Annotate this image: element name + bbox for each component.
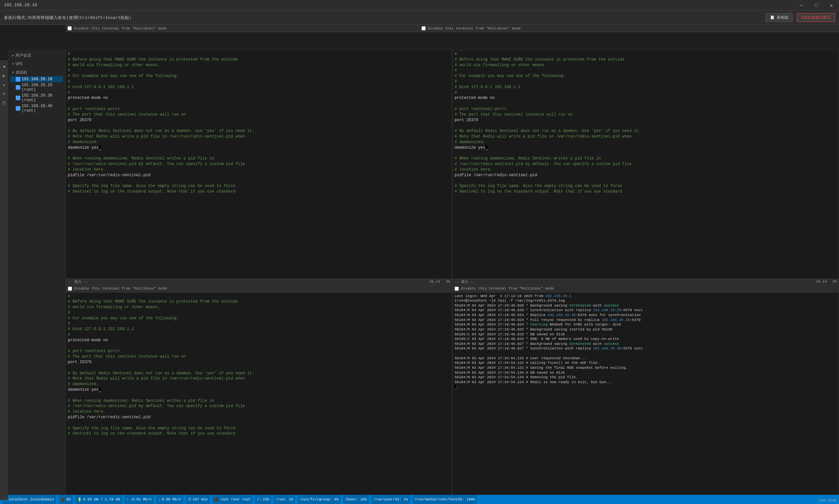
terminal-top-right: # # Before doing that MAKE SURE the inst… (452, 50, 839, 285)
mem-icon: 🔋 (77, 498, 82, 502)
vm3-label: 192.168.20.30 (root) (22, 93, 62, 103)
sidebar: ▸ 用户会话 ▾ VPS ▾ 虚拟机 192.168.20.10 192.168… (8, 50, 66, 504)
top-toolbar: 多执行模式:向所有终端键入命令(使用Ctrl+Shift+Insert粘贴） 📋… (0, 11, 839, 25)
user-icon: ⬛ (214, 498, 219, 502)
vm2-label: 192.168.20.20 (root) (22, 83, 62, 92)
line-col-tr: 26,14 (816, 280, 827, 284)
terminal-top-right-text: # # Before doing that MAKE SURE the inst… (453, 50, 839, 196)
user-value: root root root (220, 498, 250, 501)
terminal-top-right-content[interactable]: # # Before doing that MAKE SURE the inst… (453, 50, 839, 279)
disable-multiexec-tl-check[interactable] (68, 26, 72, 31)
group-vps-text: VPS (15, 62, 23, 67)
boot-value: /boot: 18% (345, 498, 367, 501)
sys-value: /sys/fs/cgroup: 0% (300, 498, 338, 501)
sidebar-item-vm4[interactable]: 192.168.20.40 (root) (11, 103, 63, 114)
status-run: /run: 1% (274, 495, 295, 504)
sidebar-item-vm2[interactable]: 192.168.20.20 (root) (11, 82, 63, 93)
terminal-bottom-left-checkbox-bar: Disable this terminal from "MultiExec" m… (66, 285, 452, 292)
terminal-grid: # # Before doing that MAKE SURE the inst… (66, 50, 839, 504)
group-label-text: 用户会话 (15, 53, 31, 58)
brand-label: CSDN 社区版 (819, 499, 836, 503)
titlebar-ip: 192.168.20.10 (4, 3, 37, 7)
terminal-top-left-statusbar: -- 插入 -- 26,14 3% (66, 279, 452, 285)
status-user42: /run/user/42: 1% (371, 495, 410, 504)
chevron-down-icon: ▾ (12, 61, 14, 67)
maximize-button[interactable]: □ (809, 0, 824, 11)
sidebar-nav-icon[interactable]: ◀ (0, 63, 7, 70)
cpu-icon: ⬛ (60, 498, 65, 502)
scroll-percent: 3% (440, 280, 450, 284)
disable-multiexec-checkbox-tl[interactable] (455, 287, 459, 291)
sidebar-item-vm3[interactable]: 192.168.20.30 (root) (11, 93, 63, 103)
upload-value: -0.01 Mb/s (130, 498, 152, 501)
terminal-bottom-right-content[interactable]: Last login: Wed Apr 3 17:12:19 2024 from… (453, 292, 839, 504)
sidebar-group-vm-label[interactable]: ▾ 虚拟机 (11, 69, 63, 76)
sidebar-item-vm1[interactable]: 192.168.20.10 (11, 76, 63, 82)
terminal-top-left-content[interactable]: # # Before doing that MAKE SURE the inst… (66, 50, 452, 279)
paste-button[interactable]: 📋 多粘贴 (766, 13, 793, 22)
sidebar-group-user-session-label[interactable]: ▸ 用户会话 (11, 52, 63, 59)
statusbar: localhost.localdomain ⬛ 0% 🔋 0.85 GB / 1… (0, 495, 839, 504)
status-boot: /boot: 18% (343, 495, 369, 504)
line-col: 26,14 (429, 280, 440, 284)
sidebar-toolbar: ◀ ▶ ★ ≡ ⏱ (0, 60, 8, 500)
vm4-label: 192.168.20.40 (root) (22, 104, 62, 113)
status-disk: /: 23% (255, 495, 271, 504)
multiexec-title: 多执行模式:向所有终端键入命令(使用Ctrl+Shift+Insert粘贴） (4, 15, 762, 21)
terminal-bottom-left-content[interactable]: # # Before doing that MAKE SURE the inst… (66, 292, 452, 504)
vm4-icon (16, 106, 20, 111)
upload-icon: ↑ (126, 498, 129, 501)
media-value: /run/media/root/CentOS: 100% (415, 498, 475, 501)
vm2-icon (16, 85, 20, 90)
user42-value: /run/user/42: 1% (373, 498, 408, 501)
status-host: localhost.localdomain (3, 495, 56, 504)
paste-icon: 📋 (770, 15, 775, 20)
sidebar-list-icon[interactable]: ≡ (0, 90, 7, 97)
disable-multiexec-tr-check[interactable] (421, 26, 426, 31)
status-memory: 🔋 0.85 GB / 1.78 GB (75, 495, 122, 504)
chevron-right-icon: ▸ (12, 53, 14, 58)
sidebar-group-vps-label[interactable]: ▾ VPS (11, 60, 63, 68)
terminal-top-left-checkbox-bar-tl: Disable this terminal from "MultiExec" m… (453, 285, 839, 292)
exit-multiexec-button[interactable]: ✕退出多执行模式 (797, 13, 835, 22)
terminal-bottom-left: Disable this terminal from "MultiExec" m… (66, 285, 452, 504)
download-value: 0.00 Mb/s (161, 498, 181, 501)
download-icon: ↓ (158, 498, 161, 501)
insert-mode-label-tr: -- 插入 -- (455, 280, 475, 284)
run-value: /run: 1% (276, 498, 293, 501)
mem-value: 0.85 GB / 1.78 GB (83, 498, 120, 501)
terminal-top-left-text: # # Before doing that MAKE SURE the inst… (66, 50, 452, 196)
group-vm-text: 虚拟机 (15, 70, 27, 75)
close-button[interactable]: ✕ (824, 0, 839, 11)
sidebar-expand-icon[interactable]: ▶ (0, 72, 7, 79)
paste-label: 多粘贴 (777, 15, 788, 20)
disk-value: 23% (263, 498, 269, 501)
status-user: ⬛ root root root (212, 495, 252, 504)
titlebar-controls: — □ ✕ (794, 0, 839, 11)
scroll-percent-tr: 3% (827, 280, 837, 284)
status-upload: ↑ -0.01 Mb/s (124, 495, 154, 504)
status-download: ↓ 0.00 Mb/s (156, 495, 183, 504)
status-uptime: ⏱ 107 min (186, 495, 210, 504)
terminal-top-right-statusbar: -- 插入 -- 26,14 3% (453, 279, 839, 285)
uptime-value: 107 min (193, 498, 208, 501)
sidebar-group-user-session: ▸ 用户会话 (8, 51, 66, 60)
chevron-down-vm-icon: ▾ (12, 70, 14, 75)
sidebar-time-icon[interactable]: ⏱ (0, 100, 7, 107)
minimize-button[interactable]: — (794, 0, 809, 11)
exit-multiexec-label: ✕退出多执行模式 (801, 15, 831, 20)
terminal-bottom-right-text: Last login: Wed Apr 3 17:12:19 2024 from… (453, 292, 839, 391)
vm1-label: 192.168.20.10 (22, 77, 52, 82)
status-sys: /sys/fs/cgroup: 0% (298, 495, 340, 504)
terminal-bottom-left-text: # # Before doing that MAKE SURE the inst… (66, 292, 452, 438)
sidebar-group-vm: ▾ 虚拟机 192.168.20.10 192.168.20.20 (root)… (8, 68, 66, 114)
terminal-bottom-right: Disable this terminal from "MultiExec" m… (452, 285, 839, 504)
main-layout: ◀ ▶ ★ ≡ ⏱ ▸ 用户会话 ▾ VPS ▾ 虚拟机 192.16 (0, 50, 839, 504)
sidebar-star-icon[interactable]: ★ (0, 81, 7, 88)
cpu-value: 0% (67, 498, 71, 501)
terminal-top-left-checkbox: Disable this terminal from "MultiExec" m… (66, 25, 419, 32)
disk-icon: /: (257, 498, 261, 501)
disable-multiexec-checkbox-bl[interactable] (68, 287, 72, 291)
status-cpu: ⬛ 0% (59, 495, 73, 504)
vm1-icon (16, 77, 20, 82)
